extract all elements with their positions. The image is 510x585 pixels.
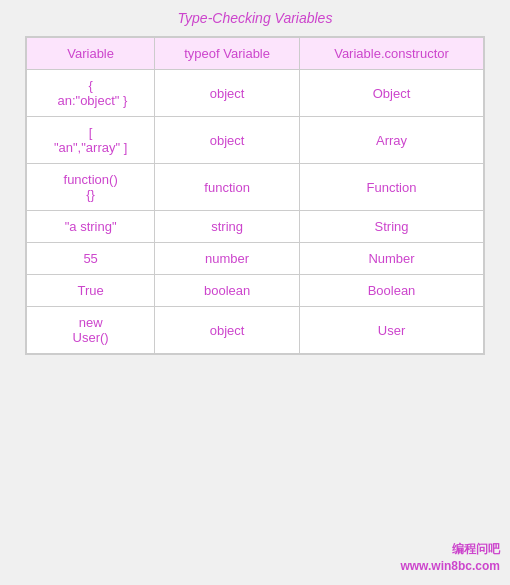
cell-constructor-3: String (300, 211, 484, 243)
cell-variable-5: True (27, 275, 155, 307)
cell-variable-4: 55 (27, 243, 155, 275)
cell-typeof-2: function (155, 164, 300, 211)
cell-typeof-5: boolean (155, 275, 300, 307)
cell-constructor-0: Object (300, 70, 484, 117)
cell-variable-0: { an:"object" } (27, 70, 155, 117)
cell-variable-2: function() {} (27, 164, 155, 211)
watermark-line1: 编程问吧 (452, 542, 500, 556)
cell-constructor-4: Number (300, 243, 484, 275)
col-header-variable: Variable (27, 38, 155, 70)
table-row: "a string"stringString (27, 211, 484, 243)
table-container: Variable typeof Variable Variable.constr… (25, 36, 485, 355)
cell-typeof-3: string (155, 211, 300, 243)
cell-variable-6: new User() (27, 307, 155, 354)
col-header-constructor: Variable.constructor (300, 38, 484, 70)
col-header-typeof: typeof Variable (155, 38, 300, 70)
table-row: { an:"object" }objectObject (27, 70, 484, 117)
table-row: 55numberNumber (27, 243, 484, 275)
watermark: 编程问吧 www.win8bc.com (400, 541, 500, 575)
cell-typeof-0: object (155, 70, 300, 117)
watermark-line2: www.win8bc.com (400, 559, 500, 573)
cell-variable-1: [ "an","array" ] (27, 117, 155, 164)
cell-typeof-6: object (155, 307, 300, 354)
page-title: Type-Checking Variables (178, 10, 333, 26)
cell-constructor-1: Array (300, 117, 484, 164)
table-row: new User()objectUser (27, 307, 484, 354)
cell-constructor-5: Boolean (300, 275, 484, 307)
table-header-row: Variable typeof Variable Variable.constr… (27, 38, 484, 70)
table-row: [ "an","array" ]objectArray (27, 117, 484, 164)
cell-constructor-6: User (300, 307, 484, 354)
table-row: TruebooleanBoolean (27, 275, 484, 307)
type-checking-table: Variable typeof Variable Variable.constr… (26, 37, 484, 354)
cell-typeof-1: object (155, 117, 300, 164)
cell-constructor-2: Function (300, 164, 484, 211)
cell-variable-3: "a string" (27, 211, 155, 243)
table-row: function() {}functionFunction (27, 164, 484, 211)
cell-typeof-4: number (155, 243, 300, 275)
